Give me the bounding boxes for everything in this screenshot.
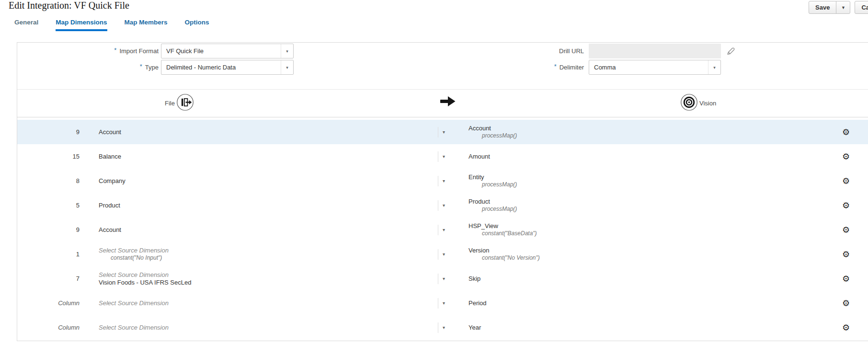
required-asterisk: * — [140, 63, 142, 70]
chevron-down-icon[interactable]: ▾ — [281, 44, 293, 58]
source-dimension-dropdown[interactable]: ▾ — [438, 144, 445, 169]
row-settings-gear-icon[interactable]: ⚙ — [838, 291, 854, 315]
source-dimension-dropdown[interactable]: ▾ — [438, 291, 445, 315]
required-asterisk: * — [554, 63, 557, 70]
row-settings-gear-icon[interactable]: ⚙ — [838, 120, 854, 144]
source-dimension-cell[interactable]: Balance — [99, 144, 424, 169]
target-dimension-cell[interactable]: Year — [468, 315, 813, 340]
cancel-button[interactable]: Cancel — [855, 1, 868, 14]
import-format-select[interactable]: VF Quick File ▾ — [161, 44, 294, 58]
divider — [17, 89, 868, 90]
row-settings-gear-icon[interactable]: ⚙ — [838, 242, 854, 266]
edit-pencil-icon[interactable] — [725, 46, 736, 57]
tab-options[interactable]: Options — [185, 19, 209, 31]
source-field-number: 9 — [27, 218, 80, 242]
row-settings-gear-icon[interactable]: ⚙ — [838, 315, 854, 340]
row-settings-gear-icon[interactable]: ⚙ — [838, 144, 854, 169]
chevron-down-icon: ▾ — [443, 325, 445, 330]
map-row-company[interactable]: 8 Company ▾ EntityprocessMap() ⚙ — [17, 169, 868, 193]
source-dimension-cell[interactable]: Company — [99, 169, 424, 193]
chevron-down-icon: ▾ — [443, 276, 445, 281]
source-dimension-cell[interactable]: Account — [99, 120, 424, 144]
chevron-down-icon[interactable]: ▾ — [708, 60, 720, 74]
chevron-down-icon: ▾ — [443, 178, 445, 183]
map-row-period[interactable]: Column Select Source Dimension ▾ Period … — [17, 291, 868, 315]
source-dimension-cell[interactable]: Select Source Dimension — [99, 315, 424, 340]
source-system-header: File — [165, 91, 194, 115]
chevron-down-icon: ▾ — [443, 227, 445, 232]
save-button[interactable]: Save — [809, 1, 836, 14]
source-dimension-cell[interactable]: Select Source Dimensionconstant("No Inpu… — [99, 242, 424, 266]
source-field-number: 5 — [27, 193, 80, 218]
target-dimension-cell[interactable]: AccountprocessMap() — [468, 120, 813, 144]
tab-map-dimensions[interactable]: Map Dimensions — [56, 19, 107, 31]
target-dimension-cell[interactable]: Period — [468, 291, 813, 315]
target-dimension-cell[interactable]: Skip — [468, 266, 813, 291]
delimiter-select[interactable]: Comma ▾ — [589, 60, 721, 75]
import-format-label: *Import Format — [63, 44, 159, 58]
source-dimension-cell[interactable]: Account — [99, 218, 424, 242]
chevron-down-icon: ▾ — [443, 300, 445, 306]
source-dimension-cell[interactable]: Select Source Dimension — [99, 291, 424, 315]
source-dimension-dropdown[interactable]: ▾ — [438, 193, 445, 218]
drill-url-label: Drill URL — [488, 44, 584, 58]
chevron-down-icon: ▾ — [443, 252, 445, 257]
source-dimension-dropdown[interactable]: ▾ — [438, 315, 445, 340]
source-dimension-dropdown[interactable]: ▾ — [438, 218, 445, 242]
chevron-down-icon: ▼ — [841, 5, 845, 10]
source-field-number: 1 — [27, 242, 80, 266]
top-actions: Save ▼ Cancel — [809, 1, 868, 14]
tab-general[interactable]: General — [14, 19, 38, 31]
map-dimensions-panel: *Import Format VF Quick File ▾ Drill URL… — [17, 42, 868, 341]
required-asterisk: * — [114, 46, 116, 54]
map-row-year[interactable]: Column Select Source Dimension ▾ Year ⚙ — [17, 315, 868, 340]
tab-bar: General Map Dimensions Map Members Optio… — [14, 19, 209, 31]
dimension-mapping-table: 9 Account ▾ AccountprocessMap() ⚙ 15 Bal… — [17, 120, 868, 340]
type-select[interactable]: Delimited - Numeric Data ▾ — [161, 60, 294, 75]
source-field-number: Column — [27, 315, 80, 340]
chevron-down-icon[interactable]: ▾ — [281, 60, 293, 74]
target-system-header: Vision — [680, 91, 716, 115]
chevron-down-icon: ▾ — [443, 203, 445, 208]
map-row-product[interactable]: 5 Product ▾ ProductprocessMap() ⚙ — [17, 193, 868, 218]
map-row-balance[interactable]: 15 Balance ▾ Amount ⚙ — [17, 144, 868, 169]
target-dimension-cell[interactable]: Versionconstant("No Version") — [468, 242, 813, 266]
target-bullseye-icon — [680, 93, 698, 113]
chevron-down-icon: ▾ — [443, 129, 445, 135]
tab-map-members[interactable]: Map Members — [125, 19, 168, 31]
chevron-down-icon: ▾ — [443, 154, 445, 159]
row-settings-gear-icon[interactable]: ⚙ — [838, 193, 854, 218]
type-label: *Type — [63, 60, 159, 75]
map-row-account[interactable]: 9 Account ▾ AccountprocessMap() ⚙ — [17, 120, 868, 144]
map-row-version[interactable]: 1 Select Source Dimensionconstant("No In… — [17, 242, 868, 266]
delimiter-label: *Delimiter — [488, 60, 584, 75]
file-export-icon — [176, 93, 194, 113]
source-field-number: Column — [27, 291, 80, 315]
source-field-number: 9 — [27, 120, 80, 144]
target-dimension-cell[interactable]: EntityprocessMap() — [468, 169, 813, 193]
maps-to-arrow-icon — [439, 95, 457, 109]
source-dimension-dropdown[interactable]: ▾ — [438, 169, 445, 193]
row-settings-gear-icon[interactable]: ⚙ — [838, 218, 854, 242]
drill-url-input[interactable] — [589, 44, 721, 58]
source-dimension-dropdown[interactable]: ▾ — [438, 242, 445, 266]
target-dimension-cell[interactable]: ProductprocessMap() — [468, 193, 813, 218]
source-dimension-dropdown[interactable]: ▾ — [438, 266, 445, 291]
target-dimension-cell[interactable]: HSP_Viewconstant("BaseData") — [468, 218, 813, 242]
map-row-skip[interactable]: 7 Select Source DimensionVision Foods - … — [17, 266, 868, 291]
source-dimension-cell[interactable]: Product — [99, 193, 424, 218]
save-menu-button[interactable]: ▼ — [836, 1, 850, 14]
source-field-number: 8 — [27, 169, 80, 193]
map-row-hsp-view[interactable]: 9 Account ▾ HSP_Viewconstant("BaseData")… — [17, 218, 868, 242]
target-system-label: Vision — [699, 100, 716, 107]
source-field-number: 15 — [27, 144, 80, 169]
source-dimension-cell[interactable]: Select Source DimensionVision Foods - US… — [99, 266, 424, 291]
page-title: Edit Integration: VF Quick File — [9, 0, 129, 11]
source-dimension-dropdown[interactable]: ▾ — [438, 120, 445, 144]
divider — [17, 117, 868, 117]
row-settings-gear-icon[interactable]: ⚙ — [838, 169, 854, 193]
row-settings-gear-icon[interactable]: ⚙ — [838, 266, 854, 291]
source-system-label: File — [165, 100, 175, 107]
target-dimension-cell[interactable]: Amount — [468, 144, 813, 169]
source-field-number: 7 — [27, 266, 80, 291]
